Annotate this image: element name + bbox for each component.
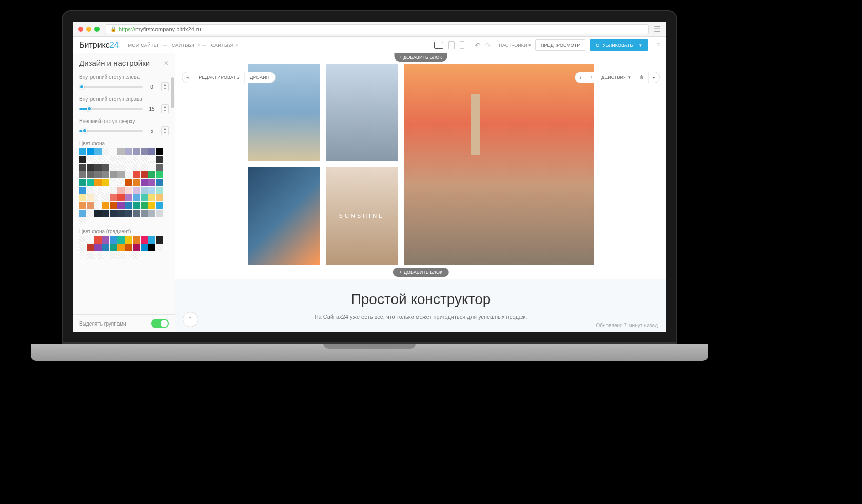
gradient-swatch[interactable] xyxy=(117,252,125,259)
gradient-swatch[interactable] xyxy=(87,236,94,244)
color-swatch[interactable] xyxy=(148,202,155,209)
gradient-swatch[interactable] xyxy=(110,236,117,244)
color-swatch[interactable] xyxy=(79,148,86,155)
color-swatch[interactable] xyxy=(87,194,94,201)
gradient-swatch[interactable] xyxy=(133,244,140,251)
padding-left-slider[interactable] xyxy=(79,86,143,88)
scrollbar[interactable] xyxy=(171,77,174,108)
color-swatch[interactable] xyxy=(94,194,102,201)
gradient-swatch[interactable] xyxy=(148,236,155,244)
color-swatch[interactable] xyxy=(156,202,163,209)
color-swatch[interactable] xyxy=(141,164,148,171)
color-swatch[interactable] xyxy=(87,187,94,194)
color-swatch[interactable] xyxy=(110,187,117,194)
color-swatch[interactable] xyxy=(125,194,132,201)
color-swatch[interactable] xyxy=(141,156,148,163)
add-block-button[interactable]: + ДОБАВИТЬ БЛОК xyxy=(393,268,449,277)
color-swatch[interactable] xyxy=(133,187,140,194)
gradient-swatch[interactable] xyxy=(141,236,148,244)
color-swatch[interactable] xyxy=(141,194,148,201)
padding-right-slider[interactable] xyxy=(79,108,143,110)
color-swatch[interactable] xyxy=(133,164,140,171)
add-block-top-button[interactable]: + ДОБАВИТЬ БЛОК xyxy=(395,53,447,62)
color-swatch[interactable] xyxy=(102,164,109,171)
chevron-down-icon[interactable]: ▾ xyxy=(636,43,642,48)
color-swatch[interactable] xyxy=(133,171,140,178)
color-swatch[interactable] xyxy=(141,148,148,155)
color-swatch[interactable] xyxy=(87,210,94,217)
color-swatch[interactable] xyxy=(125,210,132,217)
gradient-swatch[interactable] xyxy=(156,244,163,251)
color-swatch[interactable] xyxy=(125,148,132,155)
color-swatch[interactable] xyxy=(125,171,132,178)
color-swatch[interactable] xyxy=(117,202,125,209)
margin-top-slider[interactable] xyxy=(79,130,143,132)
browser-menu-icon[interactable]: ☰ xyxy=(654,24,661,34)
color-swatch[interactable] xyxy=(110,194,117,201)
breadcrumb-item[interactable]: САЙТЫ24 xyxy=(172,43,194,48)
padding-left-stepper[interactable]: ▲▼ xyxy=(161,82,169,91)
color-swatch[interactable] xyxy=(79,171,86,178)
color-swatch[interactable] xyxy=(110,156,117,163)
color-swatch[interactable] xyxy=(79,194,86,201)
color-swatch[interactable] xyxy=(125,164,132,171)
color-swatch[interactable] xyxy=(110,210,117,217)
window-minimize-icon[interactable] xyxy=(86,27,91,32)
color-swatch[interactable] xyxy=(117,148,125,155)
color-swatch[interactable] xyxy=(125,202,132,209)
color-swatch[interactable] xyxy=(117,164,125,171)
gallery-image[interactable] xyxy=(326,64,398,161)
color-swatch[interactable] xyxy=(141,171,148,178)
move-down-icon[interactable]: ↓ xyxy=(575,72,586,83)
color-swatch[interactable] xyxy=(117,194,125,201)
color-swatch[interactable] xyxy=(133,202,140,209)
color-swatch[interactable] xyxy=(110,202,117,209)
publish-button[interactable]: ОПУБЛИКОВАТЬ ▾ xyxy=(590,39,648,51)
color-swatch[interactable] xyxy=(117,179,125,186)
color-swatch[interactable] xyxy=(148,179,155,186)
gallery-image[interactable] xyxy=(404,64,594,265)
color-swatch[interactable] xyxy=(102,171,109,178)
gradient-swatch[interactable] xyxy=(102,244,109,251)
scroll-top-button[interactable]: ⌃ xyxy=(183,312,198,327)
color-swatch[interactable] xyxy=(148,164,155,171)
chevron-left-icon[interactable]: ◂ xyxy=(182,72,193,83)
gallery-block[interactable]: SUNSHINE xyxy=(175,64,666,269)
color-swatch[interactable] xyxy=(79,156,86,163)
gradient-swatch[interactable] xyxy=(148,244,155,251)
padding-right-stepper[interactable]: ▲▼ xyxy=(161,104,169,113)
color-swatch[interactable] xyxy=(87,148,94,155)
gradient-swatch[interactable] xyxy=(141,244,148,251)
color-swatch[interactable] xyxy=(87,171,94,178)
color-swatch[interactable] xyxy=(94,156,102,163)
color-swatch[interactable] xyxy=(117,156,125,163)
chevron-right-icon[interactable]: ▸ xyxy=(649,72,659,83)
redo-icon[interactable]: ↷ xyxy=(485,41,491,49)
color-swatch[interactable] xyxy=(102,202,109,209)
color-swatch[interactable] xyxy=(156,187,163,194)
color-swatch[interactable] xyxy=(148,187,155,194)
move-up-icon[interactable]: ↑ xyxy=(586,72,598,83)
color-swatch[interactable] xyxy=(148,156,155,163)
gradient-swatch[interactable] xyxy=(110,244,117,251)
color-swatch[interactable] xyxy=(117,171,125,178)
device-phone-icon[interactable] xyxy=(460,41,464,49)
color-swatch[interactable] xyxy=(79,202,86,209)
color-swatch[interactable] xyxy=(102,194,109,201)
color-swatch[interactable] xyxy=(102,210,109,217)
gradient-swatch[interactable] xyxy=(133,236,140,244)
gradient-swatch[interactable] xyxy=(110,252,117,259)
color-swatch[interactable] xyxy=(125,187,132,194)
color-swatch[interactable] xyxy=(87,156,94,163)
gradient-swatch[interactable] xyxy=(94,244,102,251)
group-select-toggle[interactable] xyxy=(151,319,169,328)
color-swatch[interactable] xyxy=(156,210,163,217)
color-swatch[interactable] xyxy=(87,202,94,209)
margin-top-stepper[interactable]: ▲▼ xyxy=(161,126,169,135)
color-swatch[interactable] xyxy=(141,179,148,186)
color-swatch[interactable] xyxy=(102,156,109,163)
preview-button[interactable]: ПРЕДПРОСМОТР xyxy=(535,39,585,51)
color-swatch[interactable] xyxy=(94,148,102,155)
settings-link[interactable]: НАСТРОЙКИ ▾ xyxy=(499,43,532,48)
color-swatch[interactable] xyxy=(148,210,155,217)
